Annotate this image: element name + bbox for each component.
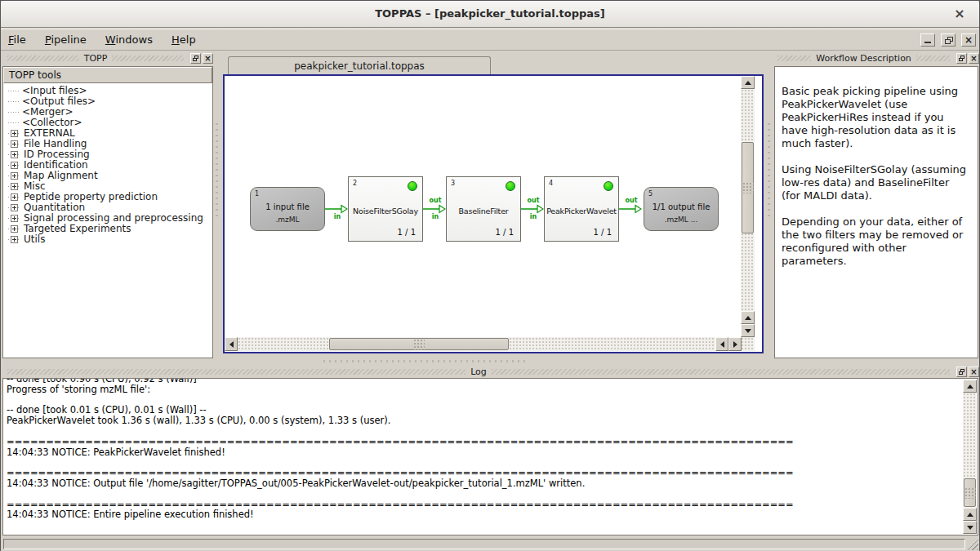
- minimize-icon: [924, 42, 931, 43]
- description-close-button[interactable]: ×: [969, 53, 979, 64]
- canvas-scroll-left-button[interactable]: [225, 337, 238, 351]
- expand-icon[interactable]: [11, 140, 18, 148]
- status-finished-icon: [604, 181, 613, 191]
- topp-close-button[interactable]: ×: [203, 53, 213, 64]
- node-output-file[interactable]: 5 1/1 output file .mzML ...: [644, 187, 719, 231]
- expand-icon[interactable]: [11, 215, 18, 222]
- expand-icon[interactable]: [11, 204, 18, 211]
- down-arrow-icon: [745, 329, 751, 333]
- status-message-field: [3, 539, 965, 549]
- expand-icon[interactable]: [11, 162, 18, 169]
- tree-header: TOPP tools: [3, 67, 212, 83]
- log-dock-titlebar: Log ×: [2, 365, 979, 379]
- canvas-scroll-up-button[interactable]: [741, 76, 755, 89]
- menu-bar: File Pipeline Windows Help ×: [1, 29, 979, 51]
- expand-icon[interactable]: [11, 151, 18, 158]
- description-paragraph: Using NoiseFilterSGolay (assuming low-re…: [782, 163, 971, 202]
- node-baselinefilter[interactable]: 3 BaselineFilter 1 / 1: [446, 176, 521, 242]
- expand-icon[interactable]: [11, 236, 18, 243]
- log-text-area[interactable]: -- done [took 0.90 s (CPU), 0.92 s (Wall…: [7, 379, 961, 535]
- minimize-button[interactable]: [920, 33, 935, 47]
- close-icon: ×: [969, 367, 978, 377]
- description-float-button[interactable]: [956, 53, 967, 64]
- description-paragraph: Basic peak picking pipeline using PeakPi…: [782, 85, 971, 150]
- topp-float-button[interactable]: [190, 53, 201, 64]
- toppas-window: TOPPAS – [peakpicker_tutorial.toppas] × …: [0, 0, 980, 551]
- status-bar: [1, 537, 979, 551]
- canvas-scroll-left-button-2[interactable]: [715, 337, 728, 351]
- edge-baseline-to-peakpicker[interactable]: out in: [521, 197, 546, 221]
- left-arrow-icon: [229, 341, 234, 348]
- right-splitter-handle[interactable]: [768, 123, 770, 217]
- status-finished-icon: [506, 181, 515, 191]
- node-peakpickerwavelet[interactable]: 4 PeakPickerWavelet 1 / 1: [544, 176, 619, 242]
- topp-dock-titlebar: TOPP ×: [2, 51, 213, 65]
- canvas-vscroll-thumb[interactable]: [742, 142, 754, 233]
- log-vscroll-thumb[interactable]: [964, 478, 976, 507]
- menu-pipeline[interactable]: Pipeline: [38, 29, 94, 49]
- workflow-description[interactable]: Basic peak picking pipeline using PeakPi…: [774, 66, 978, 358]
- log-text: -- done [took 0.90 s (CPU), 0.92 s (Wall…: [7, 379, 961, 520]
- left-splitter-handle[interactable]: [216, 123, 218, 217]
- mdi-close-button[interactable]: ×: [961, 33, 976, 47]
- title-bar[interactable]: TOPPAS – [peakpicker_tutorial.toppas] ×: [1, 1, 979, 28]
- canvas-scroll-down-button[interactable]: [741, 324, 755, 337]
- tree-body: <Input files> <Output files> <Merger> <C…: [3, 83, 212, 245]
- close-icon: ×: [203, 54, 212, 64]
- left-arrow-icon: [720, 341, 724, 348]
- close-icon[interactable]: ×: [951, 6, 968, 22]
- expand-icon[interactable]: [11, 130, 18, 137]
- topp-dock-title: TOPP: [84, 53, 108, 64]
- tab-peakpicker-tutorial[interactable]: peakpicker_tutorial.toppas: [228, 56, 491, 75]
- up-arrow-icon: [745, 81, 751, 85]
- log-scroll-down-button[interactable]: [963, 521, 977, 534]
- menu-windows[interactable]: Windows: [98, 29, 160, 49]
- menu-help[interactable]: Help: [164, 29, 203, 49]
- tree-item-utils[interactable]: Utils: [3, 234, 212, 245]
- log-splitter-handle[interactable]: [323, 360, 528, 362]
- expand-icon[interactable]: [11, 183, 18, 190]
- edge-input-to-noisefilter[interactable]: in: [325, 197, 350, 221]
- log-float-button[interactable]: [956, 367, 967, 377]
- down-arrow-icon: [967, 526, 973, 530]
- right-arrow-icon: [733, 341, 737, 348]
- up-arrow-icon: [745, 316, 751, 320]
- log-scroll-up-button[interactable]: [963, 380, 977, 393]
- log-dock-title: Log: [470, 367, 487, 377]
- log-close-button[interactable]: ×: [969, 367, 979, 377]
- node-noisefiltersgolay[interactable]: 2 NoiseFilterSGolay 1 / 1: [348, 176, 423, 242]
- restore-button[interactable]: [941, 33, 956, 47]
- expand-icon[interactable]: [11, 193, 18, 201]
- expand-icon[interactable]: [11, 172, 18, 180]
- up-arrow-icon: [967, 384, 973, 389]
- canvas-scroll-right-button[interactable]: [728, 337, 742, 351]
- log-panel[interactable]: -- done [took 0.90 s (CPU), 0.92 s (Wall…: [2, 378, 978, 535]
- topp-tools-tree: TOPP tools <Input files> <Output files> …: [2, 66, 213, 358]
- expand-icon[interactable]: [11, 225, 18, 233]
- close-icon: ×: [969, 54, 978, 64]
- log-scroll-up-button-2[interactable]: [963, 508, 977, 521]
- node-input-file[interactable]: 1 1 input file .mzML: [250, 187, 325, 231]
- up-arrow-icon: [967, 513, 973, 517]
- description-dock-titlebar: Workflow Description ×: [773, 51, 979, 65]
- resize-grip-icon[interactable]: [967, 539, 978, 550]
- close-icon: ×: [962, 34, 975, 47]
- canvas-scroll-up-button-2[interactable]: [741, 311, 755, 324]
- window-title: TOPPAS – [peakpicker_tutorial.toppas]: [1, 7, 979, 20]
- description-paragraph: Depending on your data, either of the tw…: [782, 216, 971, 268]
- description-dock-title: Workflow Description: [816, 53, 911, 64]
- canvas-hscroll-thumb[interactable]: [329, 338, 509, 350]
- mdi-window-buttons: ×: [919, 33, 976, 49]
- edge-arrow-icon: [619, 204, 642, 214]
- status-finished-icon: [408, 181, 417, 191]
- edge-noisefilter-to-baseline[interactable]: out in: [423, 197, 448, 221]
- edge-peakpicker-to-output[interactable]: out: [619, 197, 644, 221]
- menu-file[interactable]: File: [1, 29, 33, 49]
